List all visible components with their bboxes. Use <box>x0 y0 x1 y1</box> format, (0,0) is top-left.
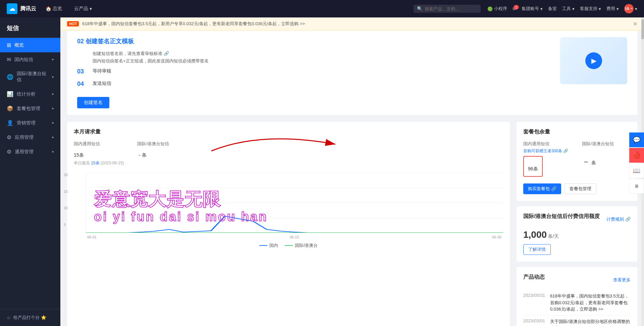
learn-more-button[interactable]: 了解详情 <box>523 244 551 255</box>
pkg-intl-value: － 条 <box>582 156 631 167</box>
sidebar-item-domestic-sms[interactable]: ✉ 国内短信 ▾ <box>0 52 60 67</box>
person-icon: 👤 <box>7 120 13 126</box>
create-signature-button[interactable]: 创建签名 <box>77 97 109 108</box>
package-actions: 购买套餐包 🔗 套餐包管理 <box>523 183 631 194</box>
chevron-right-icon-5: ▾ <box>52 121 54 125</box>
scrollbar-thumb[interactable] <box>641 19 644 39</box>
package-domestic: 国内通用短信 首购可获赠王者300条 🔗 96条 <box>523 141 572 179</box>
settings-icon: ⚙ <box>7 149 11 155</box>
user-avatar[interactable]: IA ~ ▾ <box>624 4 637 13</box>
sidebar-item-marketing[interactable]: 👤 营销管理 ▾ <box>0 116 60 130</box>
sidebar-package-label: 套餐包管理 <box>17 106 40 112</box>
sidebar-item-app[interactable]: ⚙ 应用管理 ▾ <box>0 130 60 145</box>
tools-label: 工具 <box>562 6 571 12</box>
logo-icon: ☁ <box>7 3 17 14</box>
package-cols: 国内通用短信 首购可获赠王者300条 🔗 96条 国际/港澳台 <box>523 141 631 179</box>
search-bar[interactable]: 🔍 <box>414 5 481 13</box>
chart-y-axis: 20 15 10 5 <box>64 173 68 239</box>
news-title: 产品动态 <box>523 274 545 281</box>
mail-sms-icon: ✉ <box>7 56 11 63</box>
chart-container: 20 15 10 5 <box>74 173 503 239</box>
navbar-right: 🟢 小程序 ✉ 1 集团账号 ▾ 备室 工具 ▾ 客服支持 ▾ 费用 ▾ IA … <box>487 4 637 13</box>
monthly-card: 本月请求量 国内通用短信 15条 单日最高 15条 (2023-06-15) 国… <box>67 122 510 326</box>
float-buttons: 💬 🔴 📖 ≡ <box>629 132 644 194</box>
news-date-1: 2023/05/31 <box>523 293 547 313</box>
step-bullet-2: 国内短信由签名+正文组成，因此发送国内短信必须携带签名 <box>93 58 547 64</box>
sidebar-item-package[interactable]: 📦 套餐包管理 ▾ <box>0 101 60 116</box>
sidebar-item-general[interactable]: ⚙ 通用管理 ▾ <box>0 145 60 159</box>
backup-label: 备室 <box>548 6 557 12</box>
news-text-1[interactable]: 618年中盛事，国内短信套餐包3.5元起，首购0.032元/条起，更有新老同享套… <box>550 293 631 313</box>
support-label: 客服支持 <box>580 6 597 12</box>
chart-icon: 📊 <box>7 91 13 97</box>
backup-btn[interactable]: 备室 <box>548 6 557 12</box>
hot-banner: HOT 618年中盛事，国内短信套餐包3.5元起，新用户专享0.032元/条起，… <box>60 17 644 31</box>
chevron-right-icon-2: ▾ <box>52 75 54 79</box>
sidebar-overview-label: 概览 <box>14 42 24 48</box>
step-04-text: 发送短信 <box>93 80 111 87</box>
package-title: 套餐包余量 <box>523 128 631 135</box>
chevron-right-icon-6: ▾ <box>52 135 54 139</box>
step-03-text: 等待审核 <box>93 68 111 74</box>
hot-tag: HOT <box>67 21 79 26</box>
support-btn[interactable]: 客服支持 ▾ <box>580 6 601 12</box>
credit-rules-link[interactable]: 计费规则 🔗 <box>606 216 631 222</box>
pkg-domestic-value-box: 96条 <box>523 156 543 177</box>
manage-package-button[interactable]: 套餐包管理 <box>565 183 596 194</box>
book-icon: 📖 <box>633 167 640 174</box>
pkg-domestic-sublabel[interactable]: 首购可获赠王者300条 🔗 <box>523 148 572 154</box>
sidebar-intl-label: 国际/港澳台短信 <box>17 71 49 83</box>
nav-home-label: 总览 <box>53 6 62 12</box>
tools-btn[interactable]: 工具 ▾ <box>562 6 575 12</box>
product-illustration: ▶ <box>560 37 627 84</box>
nav-home[interactable]: 🏠 总览 <box>43 0 65 17</box>
hot-banner-text: 618年中盛事，国内短信套餐包3.5元起，新用户专享0.032元/条起，更有新老… <box>82 21 305 27</box>
setup-steps: 02 创建签名正文模板 创建短信签名前，请先查看审核标准 🔗 国内短信由签名+正… <box>77 37 547 108</box>
chat-icon: 💬 <box>633 136 640 144</box>
news-text-2[interactable]: 关于国际/港澳台短信部分地区价格调整的公告>> <box>550 318 631 326</box>
nav-cloud-products[interactable]: 云产品 ▾ <box>71 0 95 17</box>
sidebar-stats-label: 统计分析 <box>17 91 36 97</box>
domestic-stat-sub: 单日最高 15条 (2023-06-15) <box>74 160 124 166</box>
credit-header: 国际/港澳台短信后付费信用额度 计费规则 🔗 <box>523 213 631 225</box>
search-input[interactable] <box>425 6 478 11</box>
account-chevron: ▾ <box>540 6 543 11</box>
miniprogram-icon: 🟢 <box>487 6 493 11</box>
float-menu-btn[interactable]: ≡ <box>629 179 644 194</box>
float-chat-btn[interactable]: 💬 <box>629 132 644 147</box>
chevron-down-icon: ▾ <box>90 6 92 11</box>
intl-stat-value: －条 <box>137 148 169 159</box>
notify-icon: 🔴 <box>633 152 640 159</box>
sidebar-item-intl-sms[interactable]: 🌐 国际/港澳台短信 ▾ <box>0 67 60 87</box>
tools-chevron: ▾ <box>572 6 575 11</box>
sidebar-title: 短信 <box>0 17 60 38</box>
feedback-icon: ☆ <box>7 315 11 320</box>
mail-badge: 1 <box>514 5 519 9</box>
stats-numbers: 国内通用短信 15条 单日最高 15条 (2023-06-15) 国际/港澳台短… <box>74 141 503 166</box>
account-btn[interactable]: 集团账号 ▾ <box>522 6 543 12</box>
sidebar-item-overview[interactable]: ⊞ 概览 <box>0 38 60 52</box>
news-item-1: 2023/05/31 618年中盛事，国内短信套餐包3.5元起，首购0.032元… <box>523 290 631 316</box>
brand-logo[interactable]: ☁ 腾讯云 <box>7 3 36 14</box>
sidebar-general-label: 通用管理 <box>15 149 34 155</box>
billing-btn[interactable]: 费用 ▾ <box>606 6 619 12</box>
chart-legend: 国内 国际/港澳台 <box>74 242 503 249</box>
close-icon[interactable]: ✕ <box>633 21 637 27</box>
stats-row: 本月请求量 国内通用短信 15条 单日最高 15条 (2023-06-15) 国… <box>67 122 637 326</box>
intl-stat-label: 国际/港澳台短信 <box>137 141 169 147</box>
buy-package-button[interactable]: 购买套餐包 🔗 <box>523 183 561 194</box>
play-button[interactable]: ▶ <box>585 52 602 69</box>
sidebar-app-label: 应用管理 <box>15 134 34 141</box>
sidebar-item-stats[interactable]: 📊 统计分析 ▾ <box>0 87 60 101</box>
news-more-link[interactable]: 查看更多 <box>613 277 631 283</box>
float-doc-btn[interactable]: 📖 <box>629 163 644 178</box>
float-notify-btn[interactable]: 🔴 <box>629 148 644 163</box>
step-bullet-1: 创建短信签名前，请先查看审核标准 🔗 <box>93 51 547 57</box>
package-card: 套餐包余量 国内通用短信 首购可获赠王者300条 🔗 96条 <box>517 122 637 201</box>
step-03-num: 03 <box>77 68 87 75</box>
feedback-label: 给产品打个分 ⭐ <box>13 315 46 321</box>
sidebar-feedback[interactable]: ☆ 给产品打个分 ⭐ <box>0 309 60 326</box>
miniprogram-btn[interactable]: 🟢 小程序 <box>487 6 507 12</box>
mail-btn[interactable]: ✉ 1 <box>513 6 516 11</box>
domestic-stat: 国内通用短信 15条 单日最高 15条 (2023-06-15) <box>74 141 124 166</box>
